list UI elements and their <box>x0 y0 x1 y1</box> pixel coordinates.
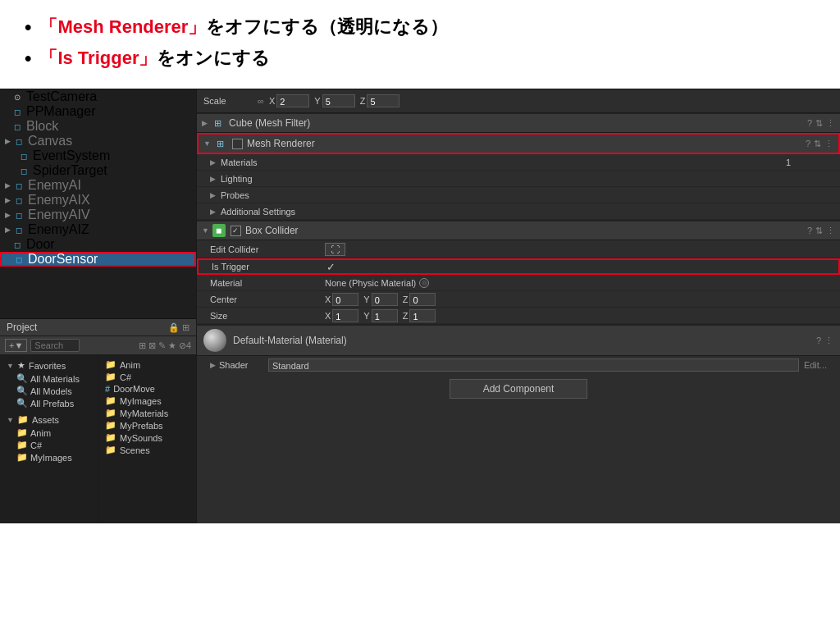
asset-myprefabs[interactable]: 📁 MyPrefabs <box>103 419 191 431</box>
materials-row[interactable]: ▶ Materials 1 <box>197 154 840 171</box>
center-y-value[interactable]: 0 <box>372 293 398 306</box>
settings-icon[interactable]: ⇅ <box>815 118 823 129</box>
assets-anim-item[interactable]: 📁 Anim <box>0 427 98 439</box>
cube-icon: ◻ <box>13 253 25 265</box>
menu-icon[interactable]: ⋮ <box>824 336 833 346</box>
cube-icon: ◻ <box>11 121 23 132</box>
menu-icon[interactable]: ⋮ <box>824 139 833 149</box>
search-icon: 🔍 <box>16 398 28 409</box>
search-input[interactable] <box>30 339 80 352</box>
mesh-renderer-header[interactable]: ▼ ⊞ Mesh Renderer ? ⇅ ⋮ <box>197 133 840 154</box>
size-x-value[interactable]: 1 <box>332 309 358 322</box>
box-collider-checkbox[interactable]: ✓ <box>231 226 241 236</box>
hierarchy-item-enemyaix[interactable]: ▶ ◻ EnemyAIX <box>0 193 196 208</box>
assets-section[interactable]: ▼ 📁 Assets <box>0 413 98 427</box>
search-icon: 🔍 <box>16 386 28 396</box>
favorites-section[interactable]: ▼ ★ Favorites <box>0 358 98 372</box>
lighting-row[interactable]: ▶ Lighting <box>197 171 840 187</box>
instruction-text: 「Mesh Renderer」 をオフにする（透明になる） 「Is Trigge… <box>0 0 840 89</box>
add-component-button[interactable]: Add Component <box>450 379 588 399</box>
size-z-value[interactable]: 1 <box>409 309 436 322</box>
hierarchy-item-enemyaiv[interactable]: ▶ ◻ EnemyAIV <box>0 208 196 222</box>
folder-icon: 📁 <box>16 452 28 463</box>
box-collider-header[interactable]: ▼ ◼ ✓ Box Collider ? ⇅ ⋮ <box>197 220 840 240</box>
probes-row[interactable]: ▶ Probes <box>197 187 840 203</box>
hierarchy-item-enemyai[interactable]: ▶ ◻ EnemyAI <box>0 178 196 193</box>
center-xyz: X 0 Y 0 Z 0 <box>325 293 436 306</box>
shader-dropdown[interactable]: Standard <box>268 358 799 372</box>
asset-doormove[interactable]: # DoorMove <box>103 383 191 395</box>
component-action-icons: ? ⇅ ⋮ <box>807 118 835 129</box>
folder-icon: 📁 <box>17 414 29 425</box>
size-y-value[interactable]: 1 <box>372 309 398 322</box>
all-prefabs-item[interactable]: 🔍 All Prefabs <box>0 397 98 409</box>
add-button[interactable]: +▼ <box>5 339 27 352</box>
asset-mymaterials[interactable]: 📁 MyMaterials <box>103 407 191 419</box>
collider-material-row: Material None (Physic Material) ◎ <box>197 275 840 291</box>
arrow-icon: ▶ <box>5 137 13 145</box>
cube-mesh-filter-header[interactable]: ▶ ⊞ Cube (Mesh Filter) ? ⇅ ⋮ <box>197 113 840 133</box>
shader-arrow-icon: ▶ <box>210 361 216 369</box>
mesh-renderer-checkbox[interactable] <box>232 139 243 149</box>
is-trigger-row: Is Trigger ✓ <box>197 258 840 275</box>
shader-edit-button[interactable]: Edit... <box>804 360 827 370</box>
help-icon[interactable]: ? <box>807 118 812 128</box>
component-name: Mesh Renderer <box>247 138 806 149</box>
assets-myimages-item[interactable]: 📁 MyImages <box>0 451 98 463</box>
assets-csharp-item[interactable]: 📁 C# <box>0 439 98 451</box>
menu-icon[interactable]: ⋮ <box>826 226 835 236</box>
asset-anim[interactable]: 📁 Anim <box>103 358 191 371</box>
hierarchy-item-canvas[interactable]: ▶ ◻ Canvas <box>0 134 196 148</box>
is-trigger-checkmark[interactable]: ✓ <box>326 261 336 273</box>
project-toolbar: +▼ ⊞ ⊠ ✎ ★ ⊘4 <box>0 336 196 355</box>
settings-icon[interactable]: ⇅ <box>815 226 823 236</box>
scale-y-value[interactable]: 5 <box>322 94 355 107</box>
size-x-field: X 1 <box>325 309 358 322</box>
help-icon[interactable]: ? <box>807 226 812 235</box>
select-material-button[interactable]: ◎ <box>419 278 429 288</box>
scale-x-value[interactable]: 2 <box>276 94 309 107</box>
center-z-value[interactable]: 0 <box>409 293 436 306</box>
arrow-icon: ▶ <box>210 158 216 167</box>
all-models-item[interactable]: 🔍 All Models <box>0 385 98 397</box>
cube-icon: ◻ <box>11 106 23 117</box>
folder-icon: 📁 <box>105 432 116 443</box>
hierarchy-item-testcamera[interactable]: ⊙ TestCamera <box>0 89 196 104</box>
hierarchy-item-doorsensor[interactable]: ◻ DoorSensor <box>0 252 196 267</box>
cube-icon: ◻ <box>11 239 23 250</box>
scale-z-value[interactable]: 5 <box>367 94 399 107</box>
asset-scenes[interactable]: 📁 Scenes <box>103 444 191 456</box>
hierarchy-item-enemyaiz[interactable]: ▶ ◻ EnemyAIZ <box>0 222 196 237</box>
cube-icon: ◻ <box>18 165 30 176</box>
scale-z-field: Z 5 <box>360 94 400 107</box>
center-x-field: X 0 <box>325 293 358 306</box>
center-x-value[interactable]: 0 <box>332 293 358 306</box>
menu-icon[interactable]: ⋮ <box>826 118 835 129</box>
scale-link-icon[interactable]: ∞ <box>253 96 269 106</box>
asset-mysounds[interactable]: 📁 MySounds <box>103 431 191 444</box>
scale-row: Scale ∞ X 2 Y 5 Z 5 <box>203 93 833 109</box>
asset-myimages[interactable]: 📁 MyImages <box>103 395 191 407</box>
hierarchy-item-block[interactable]: ◻ Block <box>0 119 196 134</box>
hierarchy-item-ppmanager[interactable]: ◻ PPManager <box>0 104 196 119</box>
arrow-icon: ▶ <box>5 196 13 204</box>
all-materials-item[interactable]: 🔍 All Materials <box>0 372 98 385</box>
bullet-1-rest: をオフにする（透明になる） <box>206 15 448 39</box>
cube-icon: ◻ <box>13 180 25 191</box>
settings-icon[interactable]: ⇅ <box>814 139 821 149</box>
component-name: Cube (Mesh Filter) <box>229 117 807 129</box>
hierarchy-item-eventsystem[interactable]: ◻ EventSystem <box>0 148 196 163</box>
inspector-panel: Scale ∞ X 2 Y 5 Z 5 ▶ ⊞ Cube (Mesh Fi <box>197 89 840 523</box>
hierarchy-item-door[interactable]: ◻ Door <box>0 237 196 252</box>
additional-settings-row[interactable]: ▶ Additional Settings <box>197 203 840 220</box>
bullet-2-highlight: 「Is Trigger」 <box>39 46 157 71</box>
edit-collider-button[interactable]: ⛶ <box>325 243 345 256</box>
help-icon[interactable]: ? <box>816 336 821 345</box>
folder-icon: 📁 <box>105 395 116 406</box>
folder-icon: 📁 <box>105 445 116 455</box>
help-icon[interactable]: ? <box>806 139 810 148</box>
project-right-panel: 📁 Anim 📁 C# # DoorMove 📁 MyImages <box>98 355 196 523</box>
unity-editor: ⊙ TestCamera ◻ PPManager ◻ Block ▶ ◻ Can… <box>0 89 840 523</box>
hierarchy-item-spidertarget[interactable]: ◻ SpiderTarget <box>0 163 196 178</box>
asset-csharp[interactable]: 📁 C# <box>103 371 191 383</box>
